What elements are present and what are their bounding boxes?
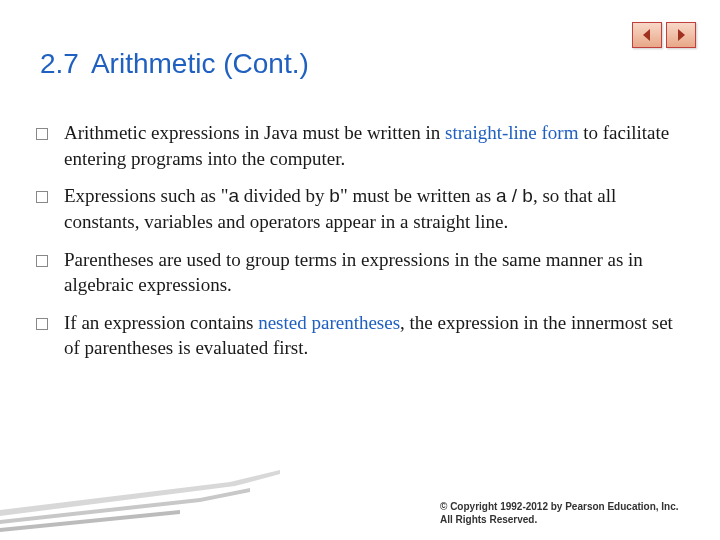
code-a: a xyxy=(229,185,240,206)
bullet-item: Parentheses are used to group terms in e… xyxy=(36,247,680,298)
bullet-marker-icon xyxy=(36,128,48,140)
bullet-marker-icon xyxy=(36,191,48,203)
nav-buttons xyxy=(632,22,696,48)
next-button[interactable] xyxy=(666,22,696,48)
slide-title: 2.7Arithmetic (Cont.) xyxy=(40,48,309,80)
bullet-item: Arithmetic expressions in Java must be w… xyxy=(36,120,680,171)
bullet-text: Parentheses are used to group terms in e… xyxy=(64,247,680,298)
copyright-text: © Copyright 1992-2012 by Pearson Educati… xyxy=(440,500,680,526)
content-area: Arithmetic expressions in Java must be w… xyxy=(36,120,680,373)
title-number: 2.7 xyxy=(40,48,79,79)
code-b: b xyxy=(329,185,340,206)
corner-decoration xyxy=(0,470,280,540)
bullet-item: If an expression contains nested parenth… xyxy=(36,310,680,361)
bullet-marker-icon xyxy=(36,318,48,330)
slide: 2.7Arithmetic (Cont.) Arithmetic express… xyxy=(0,0,720,540)
term-straight-line: straight-line form xyxy=(445,122,579,143)
code-expr: a / b xyxy=(496,185,533,206)
bullet-text: If an expression contains nested parenth… xyxy=(64,310,680,361)
bullet-item: Expressions such as "a divided by b" mus… xyxy=(36,183,680,234)
term-nested-parens: nested parentheses xyxy=(258,312,400,333)
bullet-marker-icon xyxy=(36,255,48,267)
prev-button[interactable] xyxy=(632,22,662,48)
arrow-right-icon xyxy=(673,27,689,43)
arrow-left-icon xyxy=(639,27,655,43)
bullet-text: Expressions such as "a divided by b" mus… xyxy=(64,183,680,234)
title-text: Arithmetic (Cont.) xyxy=(91,48,309,79)
bullet-text: Arithmetic expressions in Java must be w… xyxy=(64,120,680,171)
